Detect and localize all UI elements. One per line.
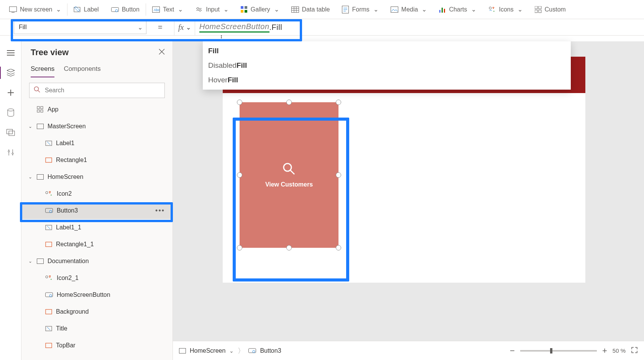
resize-handle[interactable]: [336, 172, 341, 178]
screen-icon: [37, 174, 44, 180]
tree-item-label: Label1: [56, 140, 74, 147]
tree-view-tab[interactable]: [2, 64, 19, 81]
tree-item-homescreenbutton[interactable]: HomeScreenButton: [21, 286, 172, 303]
tree-item-label: Title: [56, 325, 67, 332]
svg-point-48: [34, 87, 39, 91]
gallery-icon: [241, 6, 248, 13]
text-icon: Abc: [152, 7, 160, 13]
tab-components[interactable]: Components: [64, 63, 100, 77]
ribbon-custom-label: Custom: [545, 6, 566, 13]
insert-icons-menu[interactable]: + Icons ⌄: [482, 0, 529, 19]
expand-icon: [631, 347, 638, 353]
insert-charts-menu[interactable]: Charts ⌄: [433, 0, 482, 19]
autocomplete-item[interactable]: Fill: [203, 44, 571, 58]
insert-tab[interactable]: [2, 84, 19, 101]
resize-handle[interactable]: [237, 172, 242, 178]
zoom-slider[interactable]: [520, 350, 597, 352]
new-screen-menu[interactable]: New screen ⌄: [3, 0, 67, 19]
insert-datatable-button[interactable]: Data table: [285, 0, 336, 19]
insert-input-menu[interactable]: Input ⌄: [189, 0, 235, 19]
svg-point-62: [49, 210, 52, 213]
tree-search-input[interactable]: [29, 83, 165, 98]
search-icon: [34, 86, 41, 95]
button-icon: [45, 292, 53, 298]
screen-icon: [37, 259, 44, 264]
tree-item-icon2-1[interactable]: + Icon2_1: [21, 270, 172, 286]
svg-rect-26: [442, 8, 443, 13]
ribbon-icons-label: Icons: [499, 6, 514, 13]
fx-button[interactable]: fx ⌄: [174, 19, 195, 35]
close-icon: [159, 49, 165, 55]
autocomplete-item[interactable]: DisabledFill: [203, 58, 571, 73]
property-selector[interactable]: [14, 20, 146, 34]
breadcrumb-screen[interactable]: HomeScreen: [190, 347, 225, 354]
tree-scroll[interactable]: App ⌄ MasterScreen Label1 Rectangle1 ⌄ H…: [21, 101, 172, 360]
resize-handle[interactable]: [336, 245, 341, 250]
insert-label-button[interactable]: Label: [67, 0, 105, 19]
svg-rect-52: [37, 110, 39, 112]
advanced-tools-tab[interactable]: [2, 144, 19, 161]
resize-handle[interactable]: [336, 100, 341, 105]
insert-custom-menu[interactable]: Custom: [529, 0, 572, 19]
tree-item-rectangle1[interactable]: Rectangle1: [21, 152, 172, 169]
insert-text-menu[interactable]: Abc Text ⌄: [146, 0, 189, 19]
context-menu-button[interactable]: •••: [155, 207, 165, 215]
caret-indicator: [220, 33, 223, 39]
svg-rect-51: [41, 106, 43, 109]
insert-button-button[interactable]: Button: [105, 0, 146, 19]
resize-handle[interactable]: [286, 100, 292, 105]
tab-screens[interactable]: Screens: [31, 63, 54, 77]
insert-media-menu[interactable]: Media ⌄: [384, 0, 433, 19]
zoom-thumb[interactable]: [550, 348, 552, 353]
rectangle-icon: [45, 342, 52, 349]
breadcrumb-control[interactable]: Button3: [260, 347, 281, 354]
tree-item-topbar[interactable]: TopBar: [21, 337, 172, 354]
insert-gallery-menu[interactable]: Gallery ⌄: [235, 0, 285, 19]
tree-item-homescreen[interactable]: ⌄ HomeScreen: [21, 169, 172, 185]
svg-line-73: [47, 327, 50, 330]
tree-item-rectangle1-1[interactable]: Rectangle1_1: [21, 236, 172, 253]
left-rail: [0, 41, 21, 360]
input-icon: [195, 7, 203, 13]
formula-input[interactable]: HomeScreenButton.Fill: [199, 19, 282, 35]
fx-icon: fx: [178, 23, 184, 32]
screen-preview[interactable]: Home Screen View Customers: [223, 57, 585, 283]
tree-item-icon2[interactable]: + Icon2: [21, 185, 172, 202]
zoom-out-button[interactable]: −: [510, 346, 515, 356]
hamburger-button[interactable]: [2, 44, 19, 61]
media-tab[interactable]: [2, 124, 19, 141]
resize-handle[interactable]: [237, 245, 242, 250]
ribbon-media-label: Media: [401, 6, 418, 13]
svg-rect-0: [10, 7, 17, 11]
data-tab[interactable]: [2, 104, 19, 121]
tree-item-app[interactable]: App: [21, 101, 172, 118]
svg-point-28: [489, 7, 491, 9]
icons-icon: +: [488, 6, 496, 13]
tree-item-label: Rectangle1: [56, 157, 87, 164]
chevron-down-icon: ⌄: [28, 124, 33, 129]
fit-to-window-button[interactable]: [631, 347, 638, 355]
formula-bar: ⌄ = fx ⌄ HomeScreenButton.Fill: [0, 19, 644, 36]
svg-rect-66: [37, 259, 44, 264]
tree-item-label1-1[interactable]: Label1_1: [21, 219, 172, 236]
resize-handle[interactable]: [237, 100, 242, 105]
tree-item-label: HomeScreenButton: [57, 291, 110, 298]
tree-item-button3[interactable]: Button3 •••: [21, 202, 172, 219]
svg-text:+: +: [493, 10, 495, 13]
tree-item-label1[interactable]: Label1: [21, 135, 172, 152]
autocomplete-item[interactable]: HoverFill: [203, 73, 571, 87]
zoom-in-button[interactable]: +: [602, 346, 607, 356]
resize-handle[interactable]: [286, 245, 292, 250]
tree-item-masterscreen[interactable]: ⌄ MasterScreen: [21, 118, 172, 135]
rectangle-icon: [45, 157, 52, 163]
chevron-down-icon[interactable]: ⌄: [229, 348, 234, 354]
close-tree-button[interactable]: [159, 49, 165, 56]
chevron-down-icon: ⌄: [56, 6, 61, 13]
selected-control[interactable]: View Customers: [237, 100, 341, 250]
svg-rect-41: [9, 131, 15, 136]
tree-item-title[interactable]: Title: [21, 320, 172, 337]
tree-item-documentation[interactable]: ⌄ Documentation: [21, 253, 172, 270]
tree-item-background[interactable]: Background: [21, 303, 172, 320]
svg-rect-53: [41, 110, 43, 112]
insert-forms-menu[interactable]: Forms ⌄: [336, 0, 384, 19]
